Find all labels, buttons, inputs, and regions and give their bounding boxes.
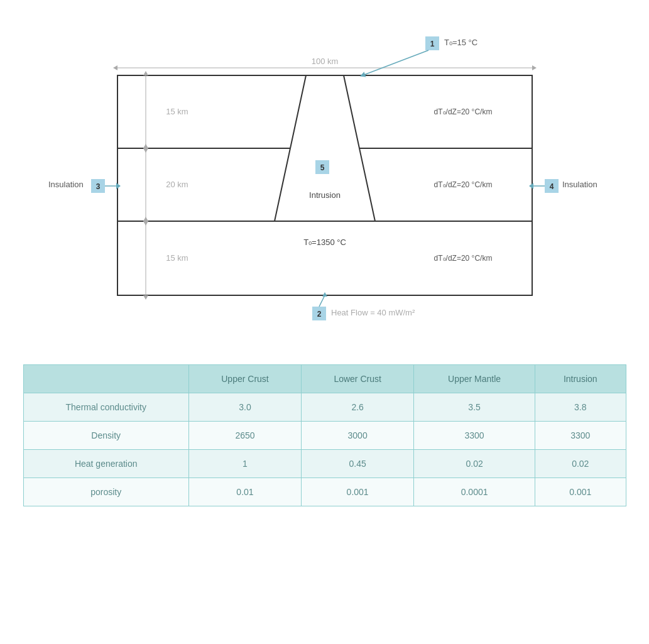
row-label-density: Density <box>23 422 188 450</box>
cell-porosity-lower-crust: 0.001 <box>302 478 414 506</box>
cell-heat-lower-crust: 0.45 <box>302 450 414 478</box>
properties-table: Upper Crust Lower Crust Upper Mantle Int… <box>23 364 626 506</box>
cell-thermal-lower-crust: 2.6 <box>302 393 414 422</box>
svg-text:T₀=1350 °C: T₀=1350 °C <box>303 237 346 247</box>
diagram-section: 100 km 15 km 20 km 15 km Intrusion T₀=13… <box>42 13 608 339</box>
svg-rect-31 <box>312 307 326 320</box>
svg-text:15 km: 15 km <box>166 107 188 116</box>
cell-porosity-upper-mantle: 0.0001 <box>414 478 535 506</box>
svg-text:3: 3 <box>95 182 100 191</box>
svg-text:Insulation: Insulation <box>48 180 84 189</box>
svg-marker-8 <box>143 71 148 75</box>
cell-thermal-upper-mantle: 3.5 <box>414 393 535 422</box>
cell-density-lower-crust: 3000 <box>302 422 414 450</box>
cell-heat-intrusion: 0.02 <box>535 450 626 478</box>
svg-marker-5 <box>532 65 537 70</box>
svg-text:2: 2 <box>317 310 321 319</box>
col-header-lower-crust: Lower Crust <box>302 365 414 393</box>
col-header-intrusion: Intrusion <box>535 365 626 393</box>
svg-marker-35 <box>322 292 327 297</box>
svg-rect-0 <box>117 75 532 295</box>
svg-marker-45 <box>529 183 533 189</box>
cell-density-upper-mantle: 3300 <box>414 422 535 450</box>
svg-text:4: 4 <box>549 182 554 191</box>
svg-marker-40 <box>116 183 121 189</box>
svg-rect-37 <box>91 179 105 193</box>
cell-density-intrusion: 3300 <box>535 422 626 450</box>
svg-rect-41 <box>545 179 559 193</box>
row-label-thermal-conductivity: Thermal conductivity <box>23 393 188 422</box>
svg-text:Insulation: Insulation <box>562 180 597 189</box>
svg-text:20 km: 20 km <box>166 180 188 189</box>
svg-marker-9 <box>143 148 148 153</box>
table-row: Thermal conductivity 3.0 2.6 3.5 3.8 <box>23 393 626 422</box>
svg-marker-16 <box>143 217 148 221</box>
svg-text:1: 1 <box>430 40 434 48</box>
cell-heat-upper-crust: 1 <box>188 450 301 478</box>
table-row: Density 2650 3000 3300 3300 <box>23 422 626 450</box>
svg-text:dT₀/dZ=20 °C/km: dT₀/dZ=20 °C/km <box>434 254 492 263</box>
cell-porosity-upper-crust: 0.01 <box>188 478 301 506</box>
svg-rect-27 <box>425 36 439 50</box>
svg-text:Intrusion: Intrusion <box>309 190 341 200</box>
cell-thermal-intrusion: 3.8 <box>535 393 626 422</box>
table-section: Upper Crust Lower Crust Upper Mantle Int… <box>23 364 626 506</box>
svg-marker-4 <box>113 65 117 70</box>
table-row: Heat generation 1 0.45 0.02 0.02 <box>23 450 626 478</box>
svg-text:15 km: 15 km <box>166 253 188 263</box>
svg-marker-17 <box>143 295 148 300</box>
svg-text:Heat Flow = 40 mW/m²: Heat Flow = 40 mW/m² <box>331 308 415 317</box>
cell-density-upper-crust: 2650 <box>188 422 301 450</box>
svg-text:5: 5 <box>320 163 324 172</box>
svg-text:dT₀/dZ=20 °C/km: dT₀/dZ=20 °C/km <box>434 180 492 189</box>
svg-marker-13 <box>143 221 148 226</box>
col-header-upper-crust: Upper Crust <box>188 365 301 393</box>
row-label-heat-generation: Heat generation <box>23 450 188 478</box>
svg-text:T₀=15 °C: T₀=15 °C <box>444 38 477 47</box>
col-header-empty <box>23 365 188 393</box>
svg-marker-19 <box>275 75 375 221</box>
table-header-row: Upper Crust Lower Crust Upper Mantle Int… <box>23 365 626 393</box>
cell-porosity-intrusion: 0.001 <box>535 478 626 506</box>
svg-rect-22 <box>315 160 329 174</box>
table-row: porosity 0.01 0.001 0.0001 0.001 <box>23 478 626 506</box>
svg-line-34 <box>319 295 325 307</box>
row-label-porosity: porosity <box>23 478 188 506</box>
svg-text:dT₀/dZ=20 °C/km: dT₀/dZ=20 °C/km <box>434 107 492 116</box>
svg-line-30 <box>363 50 428 75</box>
svg-text:100 km: 100 km <box>311 57 338 66</box>
cell-heat-upper-mantle: 0.02 <box>414 450 535 478</box>
col-header-upper-mantle: Upper Mantle <box>414 365 535 393</box>
cell-thermal-upper-crust: 3.0 <box>188 393 301 422</box>
svg-marker-12 <box>143 144 148 148</box>
